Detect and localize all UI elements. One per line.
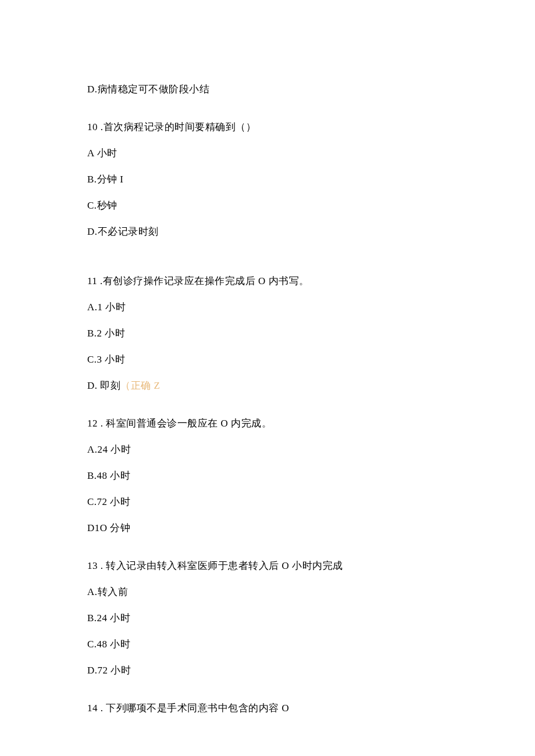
q10-option-a: A 小时: [87, 148, 448, 158]
q13-option-c: C.48 小时: [87, 639, 448, 649]
q11-correct-marker: （正确 Z: [120, 380, 160, 391]
q11-stem: 11 .有创诊疗操作记录应在操作完成后 O 内书写。: [87, 276, 448, 286]
q10-stem: 10 .首次病程记录的时间要精确到（）: [87, 122, 448, 132]
q12-option-c: C.72 小时: [87, 497, 448, 507]
q13-stem: 13 . 转入记录由转入科室医师于患者转入后 O 小时内完成: [87, 561, 448, 571]
q10-option-d: D.不必记录时刻: [87, 227, 448, 237]
q11-option-a: A.1 小时: [87, 302, 448, 312]
q11-option-c: C.3 小时: [87, 354, 448, 364]
spacer: [87, 549, 448, 561]
q13-option-d: D.72 小时: [87, 665, 448, 675]
spacer: [87, 264, 448, 276]
q13-option-b: B.24 小时: [87, 613, 448, 623]
q11-option-d: D. 即刻（正确 Z: [87, 381, 448, 390]
q11-option-d-prefix: D. 即刻: [87, 380, 120, 391]
q11-option-b: B.2 小时: [87, 328, 448, 338]
q10-option-b: B.分钟 I: [87, 174, 448, 184]
q12-option-a: A.24 小时: [87, 445, 448, 454]
q13-option-a: A.转入前: [87, 587, 448, 597]
q12-stem: 12 . 科室间普通会诊一般应在 O 内完成。: [87, 418, 448, 428]
q12-option-d: D1O 分钟: [87, 523, 448, 533]
spacer: [87, 407, 448, 418]
q12-option-b: B.48 小时: [87, 471, 448, 481]
q14-stem: 14 . 下列哪项不是手术同意书中包含的内容 O: [87, 703, 448, 713]
spacer: [87, 110, 448, 122]
q9-option-d: D.病情稳定可不做阶段小结: [87, 84, 448, 94]
spacer: [87, 691, 448, 703]
q10-option-c: C.秒钟: [87, 200, 448, 210]
spacer: [87, 253, 448, 264]
